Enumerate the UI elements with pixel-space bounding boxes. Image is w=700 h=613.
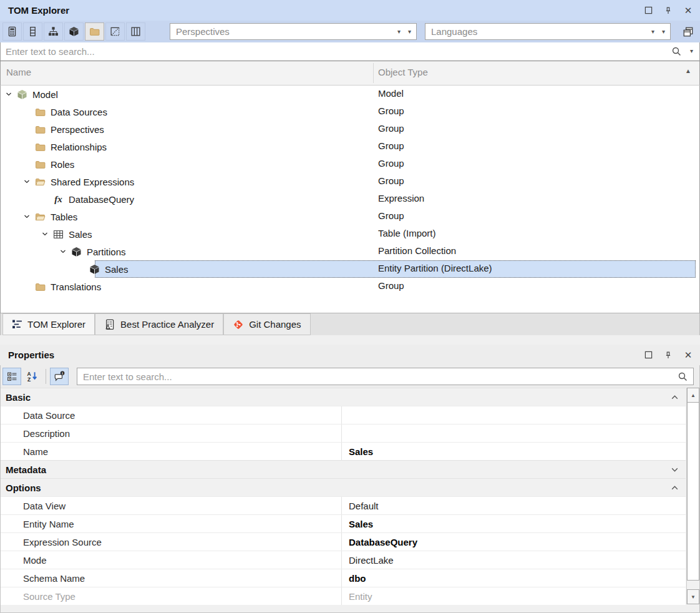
pin-icon[interactable] (663, 350, 674, 361)
languages-combobox[interactable]: Languages ▾ ▾ (425, 23, 671, 40)
property-row-data-source[interactable]: Data Source (1, 406, 686, 424)
tree-row-model[interactable]: Model Model (1, 86, 699, 103)
perspectives-placeholder: Perspectives (176, 26, 230, 37)
scroll-down-icon[interactable]: ▼ (687, 589, 699, 604)
search-icon[interactable] (678, 371, 688, 382)
property-row-schema-name[interactable]: Schema Name dbo (1, 569, 686, 587)
bottom-tabbar: TOM Explorer Best Practice Analyzer Git … (0, 313, 700, 335)
display-folders-button[interactable] (85, 22, 104, 41)
pin-icon[interactable] (663, 5, 674, 16)
property-row-description[interactable]: Description (1, 424, 686, 442)
tree-column-headers: Name Object Type ▲ (0, 61, 700, 86)
chevron-down-icon[interactable]: ▾ (662, 28, 665, 35)
column-divider[interactable] (373, 63, 374, 83)
column-header-object-type[interactable]: Object Type (378, 67, 428, 77)
properties-title: Properties (8, 350, 54, 360)
property-row-expression-source[interactable]: Expression Source DatabaseQuery (1, 532, 686, 551)
svg-text:Z: Z (27, 376, 31, 382)
table-columns-button[interactable] (126, 22, 145, 41)
categorized-view-button[interactable] (2, 368, 21, 385)
expander-chevron-icon[interactable] (1, 91, 17, 98)
vertical-scrollbar[interactable]: ▲ ▼ (686, 388, 699, 604)
properties-panel: Properties ✕ (0, 345, 700, 613)
search-icon[interactable] (671, 46, 682, 57)
section-metadata[interactable]: Metadata (1, 460, 686, 478)
folder-icon (35, 142, 46, 152)
tree-row-sales-table[interactable]: Sales Table (Import) (1, 225, 699, 243)
columns-view-button[interactable] (23, 22, 42, 41)
tom-explorer-panel: TOM Explorer ✕ (0, 0, 700, 335)
chevron-down-icon[interactable]: ▾ (397, 28, 401, 35)
tab-best-practice-analyzer[interactable]: Best Practice Analyzer (95, 313, 223, 335)
tree-row-sales-partition[interactable]: Sales Entity Partition (DirectLake) (1, 260, 699, 278)
open-folder-icon (35, 177, 46, 187)
tree-row-translations[interactable]: Translations Group (1, 278, 699, 295)
scrollbar-thumb[interactable] (687, 403, 699, 581)
alphabetical-sort-button[interactable]: AZ (23, 368, 42, 385)
maximize-icon[interactable] (643, 5, 654, 16)
cube-icon (69, 26, 79, 37)
section-label: Options (6, 483, 41, 493)
perspectives-combobox[interactable]: Perspectives ▾ ▾ (170, 23, 417, 40)
bring-to-front-button[interactable] (680, 24, 696, 40)
sort-ascending-icon[interactable]: ▲ (685, 67, 691, 74)
property-row-data-view[interactable]: Data View Default (1, 496, 686, 514)
calculator-icon (7, 26, 17, 37)
tree-row-tables[interactable]: Tables Group (1, 208, 699, 225)
partitions-view-button[interactable] (64, 22, 84, 41)
search-options-icon[interactable]: ▾ (690, 47, 693, 54)
tab-label: Best Practice Analyzer (120, 319, 214, 330)
table-icon (53, 229, 64, 240)
tree-row-relationships[interactable]: Relationships Group (1, 138, 699, 155)
collapse-chevron-icon[interactable] (670, 393, 679, 402)
tree-row-databasequery[interactable]: fx DatabaseQuery Expression (1, 190, 699, 208)
measures-view-button[interactable] (2, 22, 22, 41)
close-icon[interactable]: ✕ (683, 350, 694, 361)
tooltip-toggle-button[interactable]: i (50, 368, 69, 385)
property-row-source-type[interactable]: Source Type Entity (1, 587, 686, 605)
tree-row-roles[interactable]: Roles Group (1, 155, 699, 173)
panel-gap (0, 335, 700, 345)
expander-chevron-icon[interactable] (55, 248, 71, 255)
scroll-up-icon[interactable]: ▲ (687, 388, 699, 403)
tom-explorer-toolbar: Perspectives ▾ ▾ Languages ▾ ▾ (0, 21, 700, 42)
partition-cube-icon (71, 247, 82, 257)
hidden-objects-icon (110, 26, 120, 37)
folder-icon (35, 159, 46, 170)
app-root: TOM Explorer ✕ (0, 0, 700, 613)
close-icon[interactable]: ✕ (683, 5, 694, 16)
chevron-down-icon[interactable]: ▾ (408, 28, 411, 35)
property-grid: Basic Data Source Description Name Sales… (0, 388, 700, 613)
property-row-mode[interactable]: Mode DirectLake (1, 551, 686, 569)
tree-row-shared-expressions[interactable]: Shared Expressions Group (1, 173, 699, 190)
expander-chevron-icon[interactable] (37, 230, 53, 238)
section-basic[interactable]: Basic (1, 388, 686, 406)
model-cube-icon (17, 89, 27, 100)
section-label: Basic (6, 392, 31, 403)
expander-chevron-icon[interactable] (19, 213, 35, 220)
folder-icon (35, 282, 46, 292)
tree-row-data-sources[interactable]: Data Sources Group (1, 103, 699, 120)
properties-search-input[interactable] (77, 368, 693, 385)
expander-chevron-icon[interactable] (19, 178, 35, 185)
tab-git-changes[interactable]: Git Changes (223, 313, 310, 335)
section-label: Metadata (6, 464, 46, 475)
tree-row-perspectives[interactable]: Perspectives Group (1, 120, 699, 138)
hierarchies-view-button[interactable] (44, 22, 63, 41)
git-icon (233, 319, 244, 330)
tab-label: TOM Explorer (27, 319, 85, 330)
column-header-name[interactable]: Name (6, 67, 31, 77)
section-options[interactable]: Options (1, 478, 686, 496)
property-row-entity-name[interactable]: Entity Name Sales (1, 514, 686, 532)
tab-tom-explorer[interactable]: TOM Explorer (2, 313, 95, 335)
tom-explorer-titlebar: TOM Explorer ✕ (0, 0, 700, 21)
maximize-icon[interactable] (643, 350, 654, 361)
collapse-chevron-icon[interactable] (670, 483, 679, 493)
hidden-objects-button[interactable] (105, 22, 125, 41)
analyzer-document-icon (104, 319, 115, 330)
tom-search-input[interactable] (1, 42, 699, 61)
expand-chevron-icon[interactable] (670, 465, 679, 474)
tree-row-partitions[interactable]: Partitions Partition Collection (1, 243, 699, 260)
property-row-name[interactable]: Name Sales (1, 442, 686, 460)
chevron-down-icon[interactable]: ▾ (651, 28, 654, 35)
